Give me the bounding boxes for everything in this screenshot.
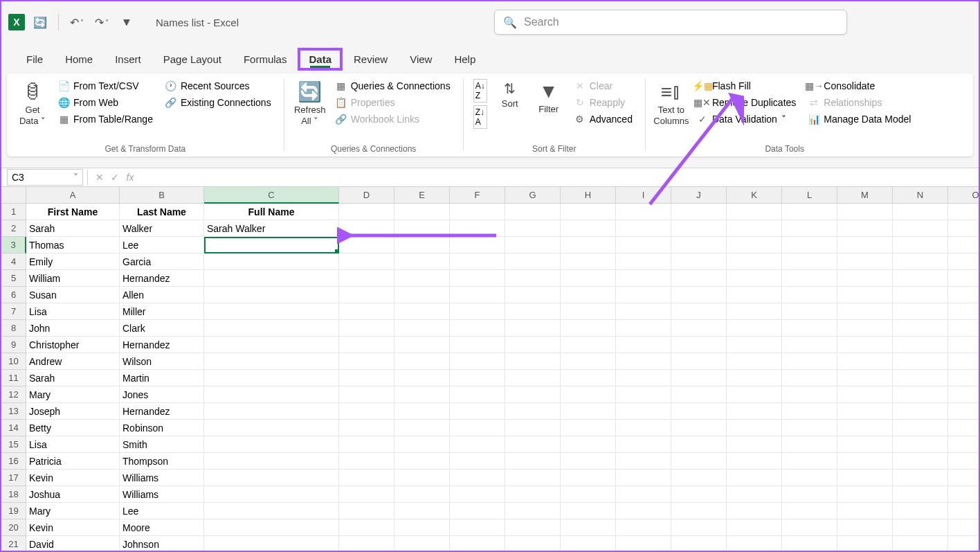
cell-G3[interactable] bbox=[505, 237, 561, 253]
cell-K12[interactable] bbox=[727, 386, 782, 403]
tab-file[interactable]: File bbox=[15, 48, 54, 71]
cell-A5[interactable]: William bbox=[26, 270, 120, 287]
row-header-13[interactable]: 13 bbox=[1, 403, 26, 420]
column-header-K[interactable]: K bbox=[727, 187, 782, 204]
cell-M17[interactable] bbox=[837, 470, 893, 486]
cell-E2[interactable] bbox=[394, 220, 450, 237]
cell-L18[interactable] bbox=[782, 486, 837, 503]
cell-F1[interactable] bbox=[450, 204, 505, 220]
cell-C14[interactable] bbox=[204, 420, 339, 436]
cell-J10[interactable] bbox=[671, 353, 727, 370]
row-header-11[interactable]: 11 bbox=[1, 370, 26, 386]
cell-N18[interactable] bbox=[893, 486, 948, 503]
cell-M7[interactable] bbox=[837, 303, 893, 320]
cell-A3[interactable]: Thomas bbox=[26, 237, 120, 253]
tab-view[interactable]: View bbox=[399, 48, 443, 71]
cell-O6[interactable] bbox=[948, 287, 979, 303]
cell-B3[interactable]: Lee bbox=[120, 237, 204, 253]
cell-E12[interactable] bbox=[394, 386, 450, 403]
select-all-corner[interactable] bbox=[1, 187, 26, 204]
cell-O5[interactable] bbox=[948, 270, 979, 287]
cell-J7[interactable] bbox=[671, 303, 727, 320]
cell-L2[interactable] bbox=[782, 220, 837, 237]
cell-H3[interactable] bbox=[561, 237, 616, 253]
cell-N14[interactable] bbox=[893, 420, 948, 436]
cell-B8[interactable]: Clark bbox=[120, 320, 204, 337]
cell-F19[interactable] bbox=[450, 503, 505, 519]
tab-insert[interactable]: Insert bbox=[104, 48, 152, 71]
cell-F8[interactable] bbox=[450, 320, 505, 337]
cell-M21[interactable] bbox=[837, 536, 893, 552]
tab-home[interactable]: Home bbox=[54, 48, 104, 71]
cell-I15[interactable] bbox=[616, 436, 671, 453]
cell-E15[interactable] bbox=[394, 436, 450, 453]
consolidate-button[interactable]: ▦→Consolidate bbox=[806, 79, 914, 93]
cell-A17[interactable]: Kevin bbox=[26, 470, 120, 486]
cell-E19[interactable] bbox=[394, 503, 450, 519]
cell-I19[interactable] bbox=[616, 503, 671, 519]
cell-J4[interactable] bbox=[671, 253, 727, 270]
tab-help[interactable]: Help bbox=[443, 48, 487, 71]
row-header-6[interactable]: 6 bbox=[1, 287, 26, 303]
cell-B21[interactable]: Johnson bbox=[120, 536, 204, 552]
cell-I13[interactable] bbox=[616, 403, 671, 420]
cell-J8[interactable] bbox=[671, 320, 727, 337]
column-header-F[interactable]: F bbox=[450, 187, 505, 204]
row-header-12[interactable]: 12 bbox=[1, 386, 26, 403]
cell-K3[interactable] bbox=[727, 237, 782, 253]
cell-G21[interactable] bbox=[505, 536, 561, 552]
cell-F15[interactable] bbox=[450, 436, 505, 453]
cell-A8[interactable]: John bbox=[26, 320, 120, 337]
cell-G9[interactable] bbox=[505, 337, 561, 353]
cell-G16[interactable] bbox=[505, 453, 561, 470]
cell-K5[interactable] bbox=[727, 270, 782, 287]
cell-N4[interactable] bbox=[893, 253, 948, 270]
cell-H7[interactable] bbox=[561, 303, 616, 320]
cell-A19[interactable]: Mary bbox=[26, 503, 120, 519]
row-header-14[interactable]: 14 bbox=[1, 420, 26, 436]
row-header-3[interactable]: 3 bbox=[1, 237, 26, 253]
cell-H17[interactable] bbox=[561, 470, 616, 486]
cell-K1[interactable] bbox=[727, 204, 782, 220]
cell-E13[interactable] bbox=[394, 403, 450, 420]
cell-N17[interactable] bbox=[893, 470, 948, 486]
cell-N6[interactable] bbox=[893, 287, 948, 303]
workbook-links-button[interactable]: 🔗Workbook Links bbox=[333, 112, 453, 126]
cell-B2[interactable]: Walker bbox=[120, 220, 204, 237]
cell-G20[interactable] bbox=[505, 519, 561, 536]
cell-O7[interactable] bbox=[948, 303, 979, 320]
data-validation-button[interactable]: ✓Data Validation ˅ bbox=[694, 112, 799, 126]
cell-M8[interactable] bbox=[837, 320, 893, 337]
cell-D17[interactable] bbox=[339, 470, 394, 486]
cell-E20[interactable] bbox=[394, 519, 450, 536]
cell-H8[interactable] bbox=[561, 320, 616, 337]
row-header-21[interactable]: 21 bbox=[1, 536, 26, 552]
column-header-N[interactable]: N bbox=[893, 187, 948, 204]
cell-N21[interactable] bbox=[893, 536, 948, 552]
cell-O16[interactable] bbox=[948, 453, 979, 470]
cell-C13[interactable] bbox=[204, 403, 339, 420]
cell-M18[interactable] bbox=[837, 486, 893, 503]
cell-J14[interactable] bbox=[671, 420, 727, 436]
qat-customize-icon[interactable]: ⯆ bbox=[117, 12, 136, 32]
cell-D15[interactable] bbox=[339, 436, 394, 453]
cell-A9[interactable]: Christopher bbox=[26, 337, 120, 353]
cell-J18[interactable] bbox=[671, 486, 727, 503]
cell-B9[interactable]: Hernandez bbox=[120, 337, 204, 353]
cell-I18[interactable] bbox=[616, 486, 671, 503]
cell-B1[interactable]: Last Name bbox=[120, 204, 204, 220]
cell-A18[interactable]: Joshua bbox=[26, 486, 120, 503]
cell-J15[interactable] bbox=[671, 436, 727, 453]
cell-F18[interactable] bbox=[450, 486, 505, 503]
cell-M13[interactable] bbox=[837, 403, 893, 420]
cell-C19[interactable] bbox=[204, 503, 339, 519]
cell-C8[interactable] bbox=[204, 320, 339, 337]
cell-I2[interactable] bbox=[616, 220, 671, 237]
cell-K6[interactable] bbox=[727, 287, 782, 303]
cell-J20[interactable] bbox=[671, 519, 727, 536]
cell-N13[interactable] bbox=[893, 403, 948, 420]
cell-G8[interactable] bbox=[505, 320, 561, 337]
cell-M9[interactable] bbox=[837, 337, 893, 353]
cell-D21[interactable] bbox=[339, 536, 394, 552]
cell-N15[interactable] bbox=[893, 436, 948, 453]
